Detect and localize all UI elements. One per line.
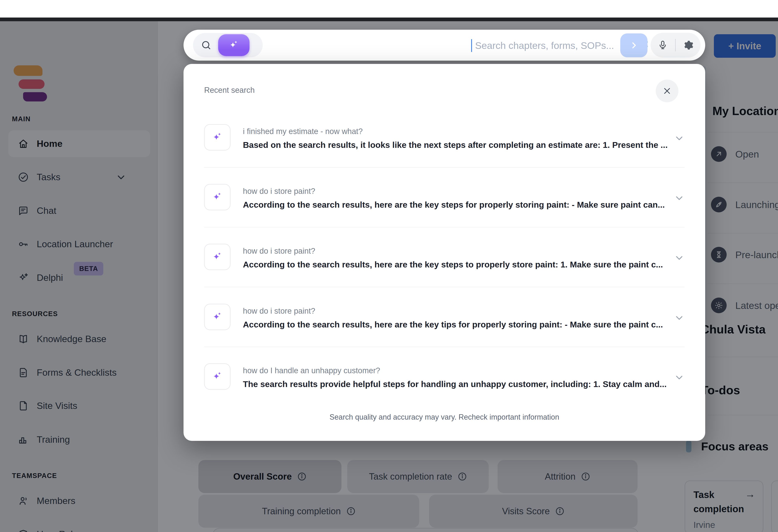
divider [204, 167, 685, 168]
modal-disclaimer: Search quality and accuracy may vary. Re… [183, 413, 705, 422]
result-answer: According to the search results, here ar… [243, 320, 663, 329]
sparkle-icon [211, 250, 224, 263]
divider [675, 39, 676, 51]
divider [204, 347, 685, 347]
recent-search-modal: Recent search i finished my estimate - n… [183, 64, 705, 441]
global-search-bar[interactable]: ⌘ K [183, 30, 705, 61]
sparkle-icon [211, 191, 224, 204]
result-answer: The search results provide helpful steps… [243, 379, 667, 389]
chevron-down-icon[interactable] [674, 312, 685, 324]
ai-result-icon [204, 244, 231, 270]
recent-search-result[interactable]: i finished my estimate - now what? Based… [204, 124, 685, 171]
chevron-down-icon[interactable] [674, 252, 685, 264]
search-submit-button[interactable] [620, 33, 647, 57]
recent-search-result[interactable]: how do i store paint? According to the s… [204, 244, 685, 291]
search-mode-pill [193, 33, 263, 57]
result-answer: According to the search results, here ar… [243, 200, 665, 210]
ai-result-icon [204, 184, 231, 210]
microphone-icon[interactable] [657, 40, 668, 51]
sparkle-icon [211, 131, 224, 144]
text-cursor [471, 39, 472, 52]
search-icon [201, 40, 212, 51]
sparkle-icon [211, 311, 224, 323]
search-input[interactable] [475, 35, 632, 55]
sparkle-icon [228, 39, 240, 51]
result-query: how do i store paint? [243, 247, 315, 255]
ai-search-toggle[interactable] [218, 34, 249, 56]
recent-search-result[interactable]: how do i store paint? According to the s… [204, 304, 685, 351]
modal-title: Recent search [204, 86, 255, 95]
result-query: i finished my estimate - now what? [243, 127, 363, 136]
result-answer: Based on the search results, it looks li… [243, 140, 668, 150]
chevron-down-icon[interactable] [674, 133, 685, 144]
ai-result-icon [204, 363, 231, 390]
chevron-down-icon[interactable] [674, 193, 685, 204]
result-query: how do I handle an unhappy customer? [243, 366, 380, 375]
chevron-right-icon [629, 41, 639, 50]
ai-result-icon [204, 124, 231, 151]
sparkle-icon [211, 370, 224, 383]
gear-icon[interactable] [683, 40, 694, 51]
chevron-down-icon[interactable] [674, 372, 685, 384]
top-white-strip [0, 0, 778, 17]
app-window: MAIN Home Tasks Chat Location Launcher D… [0, 0, 778, 532]
divider [204, 287, 685, 287]
search-tools-pill [650, 33, 700, 58]
recent-search-result[interactable]: how do i store paint? According to the s… [204, 184, 685, 231]
result-query: how do i store paint? [243, 187, 315, 196]
top-black-bar [0, 17, 778, 21]
close-icon [662, 86, 672, 96]
divider [204, 227, 685, 227]
ai-result-icon [204, 304, 231, 330]
result-answer: According to the search results, here ar… [243, 260, 663, 270]
result-query: how do i store paint? [243, 307, 315, 315]
recent-search-result[interactable]: how do I handle an unhappy customer? The… [204, 363, 685, 411]
close-button[interactable] [656, 80, 678, 102]
